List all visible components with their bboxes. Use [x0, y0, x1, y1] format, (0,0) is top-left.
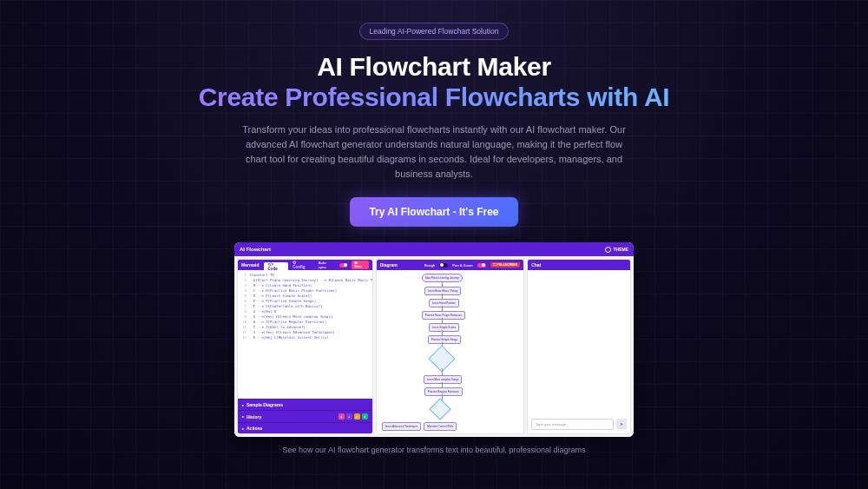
docs-button[interactable]: 📖 Docs: [352, 261, 368, 269]
chevron-right-icon: ▸: [242, 414, 244, 419]
hero-badge: Leading AI-Powered Flowchart Solution: [359, 23, 510, 40]
chat-panel: Chat Type your message... ➤: [527, 259, 631, 434]
flowchart-node[interactable]: Learn Simple Scales: [429, 323, 460, 332]
rough-toggle[interactable]: [439, 263, 448, 268]
autosync-label: Auto sync: [318, 261, 334, 269]
app-preview: AI Flowchart THEME Mermaid </> Code ⚙ Co…: [234, 242, 634, 437]
theme-toggle[interactable]: THEME: [605, 247, 629, 253]
accordion-label: History: [247, 414, 261, 420]
flowchart-node[interactable]: Maintain Current Skills: [424, 422, 457, 431]
chat-panel-title: Chat: [531, 262, 541, 268]
chat-panel-header: Chat: [528, 260, 630, 270]
code-panel-header: Mermaid </> Code ⚙ Config Auto sync 📖 Do…: [238, 260, 372, 270]
preview-app-title: AI Flowchart: [240, 247, 271, 252]
fullscreen-button[interactable]: ⛶ FULLSCREEN: [490, 262, 521, 268]
rough-label: Rough: [424, 263, 436, 268]
chat-input[interactable]: Type your message...: [531, 419, 614, 430]
code-editor[interactable]: 1flowchart TD2 A[Start Piano Learning Jo…: [238, 270, 372, 399]
diagram-panel-title: Diagram: [380, 262, 398, 268]
code-line: 13 K -->|No| L[Maintain Current Skills]: [240, 335, 372, 340]
hero-heading-line1: AI Flowchart Maker: [199, 52, 670, 83]
hero-subtext: Transform your ideas into professional f…: [234, 122, 634, 182]
flowchart-node[interactable]: Learn Advanced Techniques: [382, 422, 422, 431]
chevron-right-icon: ▸: [242, 403, 244, 407]
cta-button[interactable]: Try AI Flowchart - It's Free: [350, 197, 517, 227]
hero-heading: AI Flowchart Maker Create Professional F…: [199, 52, 670, 112]
chat-body: Type your message... ➤: [528, 270, 630, 433]
history-badge-icon: ▲: [339, 413, 345, 420]
history-badge-icon: ▲: [346, 413, 352, 420]
flowchart-decision[interactable]: [429, 398, 450, 420]
accordion-history[interactable]: ▸ History ▲ ▲ ↻ ⬇: [238, 410, 372, 422]
history-badge-icon: ⬇: [362, 413, 368, 420]
accordion-label: Sample Diagrams: [247, 402, 283, 407]
flowchart-node[interactable]: Practice Regular Exercises: [424, 387, 463, 396]
flowchart-node[interactable]: Practice Simple Songs: [428, 335, 461, 344]
tab-config[interactable]: ⚙ Config: [293, 261, 309, 269]
autosync-toggle[interactable]: [339, 263, 348, 268]
panzoom-label: Pan & Zoom: [452, 263, 472, 268]
accordion-actions[interactable]: ▸ Actions: [238, 422, 372, 433]
chevron-right-icon: ▸: [242, 426, 244, 431]
flowchart-node[interactable]: Learn Hand Position: [429, 299, 459, 307]
diagram-panel: Diagram Rough Pan & Zoom ⛶ FULLSCREEN St…: [376, 259, 524, 434]
preview-titlebar: AI Flowchart THEME: [234, 242, 634, 256]
preview-caption: See how our AI flowchart generator trans…: [282, 446, 585, 454]
accordion-sample-diagrams[interactable]: ▸ Sample Diagrams: [238, 399, 372, 410]
code-panel-title: Mermaid: [241, 262, 260, 268]
hero-section: Leading AI-Powered Flowchart Solution AI…: [0, 0, 868, 454]
hero-heading-line2: Create Professional Flowcharts with AI: [199, 83, 670, 113]
panzoom-toggle[interactable]: [477, 263, 486, 268]
history-badge-icon: ↻: [354, 413, 360, 420]
flowchart-canvas[interactable]: Start Piano Learning Journey Learn Basic…: [377, 270, 523, 433]
flowchart-node[interactable]: Practice Basic Finger Exercises: [422, 311, 465, 320]
code-panel: Mermaid </> Code ⚙ Config Auto sync 📖 Do…: [237, 259, 373, 434]
flowchart-node[interactable]: Learn Basic Music Theory: [424, 287, 462, 295]
diagram-panel-header: Diagram Rough Pan & Zoom ⛶ FULLSCREEN: [377, 260, 523, 270]
accordion-label: Actions: [247, 426, 262, 431]
tab-code[interactable]: </> Code: [264, 262, 289, 270]
send-button[interactable]: ➤: [616, 419, 627, 429]
preview-panels: Mermaid </> Code ⚙ Config Auto sync 📖 Do…: [234, 256, 634, 437]
flowchart-node[interactable]: Learn More complex Songs: [424, 375, 463, 384]
